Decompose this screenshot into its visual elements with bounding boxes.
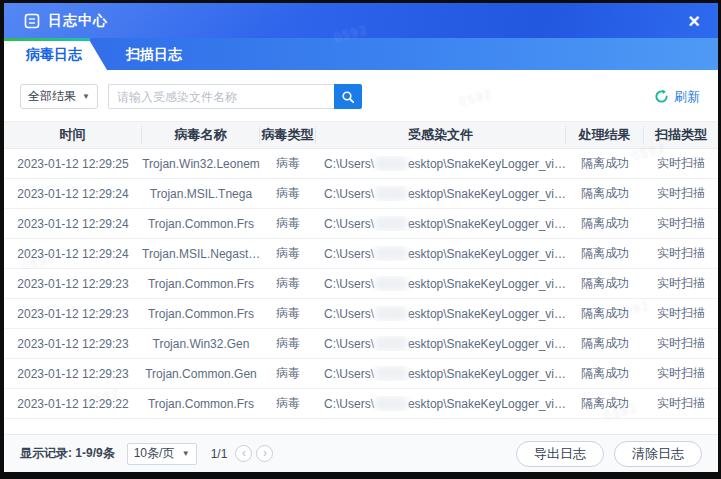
refresh-label: 刷新	[674, 88, 700, 106]
file-path-prefix: C:\Users\	[324, 397, 374, 411]
page-size-value: 10条/页	[134, 445, 175, 462]
cell-virus-name: Trojan.MSIL.Negast…	[142, 247, 260, 261]
cell-infected-file: C:\Users\esktop\SnakeKeyLogger_vi…	[316, 396, 566, 411]
column-header-type: 病毒类型	[260, 126, 316, 144]
cell-virus-type: 病毒	[260, 305, 316, 322]
log-center-dialog: 日志中心 × 病毒日志 扫描日志 全部结果 ▼	[4, 3, 718, 472]
file-path-prefix: C:\Users\	[324, 307, 374, 321]
tab-scan-log[interactable]: 扫描日志	[126, 38, 182, 70]
column-header-scan: 扫描类型	[644, 126, 718, 144]
cell-scan-type: 实时扫描	[644, 215, 718, 232]
redacted-username-blur	[375, 396, 407, 411]
table-row[interactable]: 2023-01-12 12:29:25 Trojan.Win32.Leonem …	[4, 149, 718, 179]
file-path-prefix: C:\Users\	[324, 337, 374, 351]
active-tab-accent-line	[4, 38, 90, 41]
cell-infected-file: C:\Users\esktop\SnakeKeyLogger_vi…	[316, 336, 566, 351]
title-bar: 日志中心 ×	[4, 3, 718, 38]
table-row[interactable]: 2023-01-12 12:29:22 Trojan.Common.Frs 病毒…	[4, 389, 718, 419]
cell-virus-type: 病毒	[260, 185, 316, 202]
cell-scan-type: 实时扫描	[644, 185, 718, 202]
page-size-dropdown[interactable]: 10条/页 ▼	[127, 443, 197, 465]
search-button[interactable]	[334, 84, 362, 109]
cell-virus-type: 病毒	[260, 245, 316, 262]
column-header-name: 病毒名称	[142, 126, 260, 144]
table-body: 2023-01-12 12:29:25 Trojan.Win32.Leonem …	[4, 149, 718, 419]
table-row[interactable]: 2023-01-12 12:29:24 Trojan.MSIL.Tnega 病毒…	[4, 179, 718, 209]
close-icon[interactable]: ×	[684, 11, 704, 31]
tab-bar: 病毒日志 扫描日志	[4, 38, 718, 70]
toolbar: 全部结果 ▼ 刷新	[4, 70, 718, 121]
table-row[interactable]: 2023-01-12 12:29:23 Trojan.Common.Gen 病毒…	[4, 359, 718, 389]
cell-time: 2023-01-12 12:29:23	[4, 367, 142, 381]
cell-infected-file: C:\Users\esktop\SnakeKeyLogger_vi…	[316, 246, 566, 261]
cell-virus-name: Trojan.Common.Frs	[142, 307, 260, 321]
column-header-time: 时间	[4, 126, 142, 144]
cell-time: 2023-01-12 12:29:23	[4, 307, 142, 321]
redacted-username-blur	[375, 246, 407, 261]
file-path-suffix: esktop\SnakeKeyLogger_vi…	[408, 217, 566, 231]
cell-virus-type: 病毒	[260, 215, 316, 232]
cell-virus-name: Trojan.MSIL.Tnega	[142, 187, 260, 201]
cell-virus-name: Trojan.Common.Frs	[142, 397, 260, 411]
cell-virus-type: 病毒	[260, 395, 316, 412]
search-box	[108, 84, 362, 109]
cell-virus-type: 病毒	[260, 155, 316, 172]
export-log-button[interactable]: 导出日志	[516, 441, 604, 467]
redacted-username-blur	[375, 306, 407, 321]
clear-log-button[interactable]: 清除日志	[614, 441, 702, 467]
prev-page-button[interactable]: ‹	[235, 445, 252, 462]
tab-virus-log[interactable]: 病毒日志	[4, 38, 107, 70]
footer-bar: 显示记录: 1-9/9条 10条/页 ▼ 1/1 ‹ › 导出日志 清除日志	[4, 434, 718, 472]
table-row[interactable]: 2023-01-12 12:29:23 Trojan.Common.Frs 病毒…	[4, 299, 718, 329]
table-row[interactable]: 2023-01-12 12:29:23 Trojan.Win32.Gen 病毒 …	[4, 329, 718, 359]
cell-virus-type: 病毒	[260, 275, 316, 292]
file-path-suffix: esktop\SnakeKeyLogger_vi…	[408, 277, 566, 291]
redacted-username-blur	[375, 336, 407, 351]
cell-time: 2023-01-12 12:29:22	[4, 397, 142, 411]
file-path-prefix: C:\Users\	[324, 367, 374, 381]
cell-result: 隔离成功	[566, 305, 644, 322]
next-page-button[interactable]: ›	[256, 445, 273, 462]
virus-log-table: 时间 病毒名称 病毒类型 受感染文件 处理结果 扫描类型 2023-01-12 …	[4, 121, 718, 419]
cell-virus-name: Trojan.Common.Gen	[142, 367, 260, 381]
file-path-prefix: C:\Users\	[324, 157, 374, 171]
cell-scan-type: 实时扫描	[644, 305, 718, 322]
cell-result: 隔离成功	[566, 155, 644, 172]
search-input[interactable]	[108, 84, 334, 109]
tab-label: 扫描日志	[126, 44, 182, 64]
cell-infected-file: C:\Users\esktop\SnakeKeyLogger_vi…	[316, 366, 566, 381]
cell-infected-file: C:\Users\esktop\SnakeKeyLogger_vi…	[316, 276, 566, 291]
cell-infected-file: C:\Users\esktop\SnakeKeyLogger_vi…	[316, 216, 566, 231]
cell-virus-type: 病毒	[260, 365, 316, 382]
page-indicator: 1/1	[211, 447, 228, 461]
cell-result: 隔离成功	[566, 185, 644, 202]
file-path-suffix: esktop\SnakeKeyLogger_vi…	[408, 397, 566, 411]
file-path-prefix: C:\Users\	[324, 217, 374, 231]
file-path-prefix: C:\Users\	[324, 187, 374, 201]
cell-time: 2023-01-12 12:29:23	[4, 337, 142, 351]
cell-scan-type: 实时扫描	[644, 275, 718, 292]
table-row[interactable]: 2023-01-12 12:29:24 Trojan.Common.Frs 病毒…	[4, 209, 718, 239]
cell-infected-file: C:\Users\esktop\SnakeKeyLogger_vi…	[316, 156, 566, 171]
file-path-suffix: esktop\SnakeKeyLogger_vi…	[408, 337, 566, 351]
cell-scan-type: 实时扫描	[644, 365, 718, 382]
log-document-icon	[24, 13, 40, 29]
filter-value: 全部结果	[28, 88, 76, 105]
chevron-down-icon: ▼	[182, 449, 190, 458]
cell-virus-name: Trojan.Common.Frs	[142, 277, 260, 291]
cell-scan-type: 实时扫描	[644, 155, 718, 172]
table-row[interactable]: 2023-01-12 12:29:23 Trojan.Common.Frs 病毒…	[4, 269, 718, 299]
cell-time: 2023-01-12 12:29:24	[4, 247, 142, 261]
cell-result: 隔离成功	[566, 215, 644, 232]
pagination: ‹ ›	[235, 445, 273, 462]
refresh-button[interactable]: 刷新	[654, 88, 700, 106]
cell-result: 隔离成功	[566, 365, 644, 382]
table-row[interactable]: 2023-01-12 12:29:24 Trojan.MSIL.Negast… …	[4, 239, 718, 269]
cell-result: 隔离成功	[566, 395, 644, 412]
cell-result: 隔离成功	[566, 275, 644, 292]
file-path-prefix: C:\Users\	[324, 247, 374, 261]
file-path-suffix: esktop\SnakeKeyLogger_vi…	[408, 157, 566, 171]
cell-infected-file: C:\Users\esktop\SnakeKeyLogger_vi…	[316, 186, 566, 201]
redacted-username-blur	[375, 276, 407, 291]
result-filter-dropdown[interactable]: 全部结果 ▼	[20, 84, 98, 109]
